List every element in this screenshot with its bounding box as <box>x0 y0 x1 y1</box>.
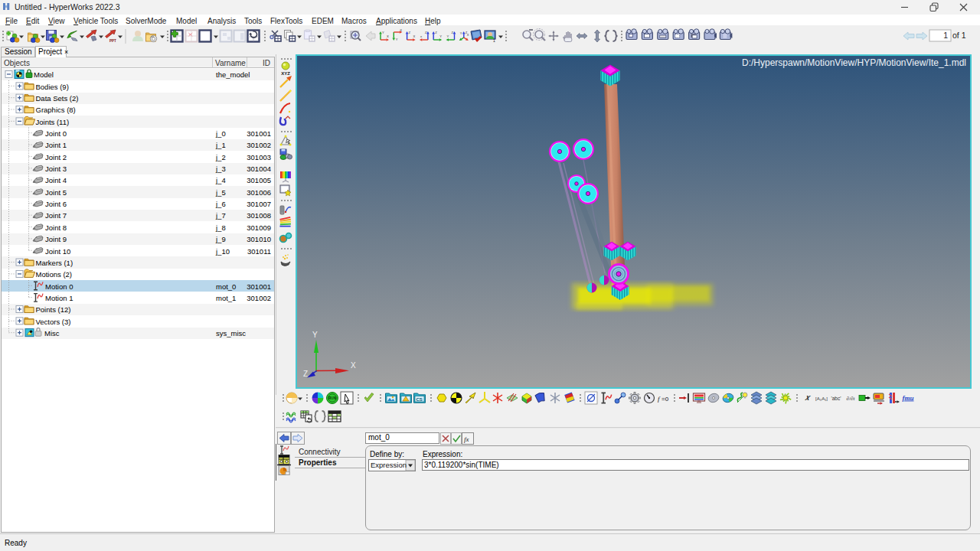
svg-text:[A₀A₁]: [A₀A₁] <box>815 396 828 401</box>
svg-text:Z: Z <box>425 31 427 34</box>
svg-text:Z: Z <box>303 370 308 378</box>
svg-text:1: 1 <box>943 31 948 40</box>
svg-text:Y: Y <box>460 31 462 35</box>
svg-text:X: X <box>467 33 469 37</box>
svg-text:=0: =0 <box>662 396 669 403</box>
svg-text:f: f <box>658 395 661 403</box>
svg-text:XYZ: XYZ <box>281 71 290 76</box>
svg-text:Z: Z <box>435 31 437 34</box>
svg-text:𝙓: 𝙓 <box>805 394 812 402</box>
svg-text:of 1: of 1 <box>952 31 966 40</box>
svg-text:1: 1 <box>493 38 495 43</box>
svg-text:'abc': 'abc' <box>831 396 841 401</box>
svg-text:CS: CS <box>416 397 423 402</box>
svg-text:X: X <box>413 34 416 38</box>
svg-text:Y: Y <box>382 31 384 34</box>
svg-text:∂/∂t: ∂/∂t <box>847 396 856 402</box>
svg-text:X: X <box>351 361 356 370</box>
svg-text:X: X <box>387 34 389 38</box>
svg-text:fx: fx <box>464 435 469 443</box>
svg-text:X: X <box>400 28 402 32</box>
svg-text:Y: Y <box>439 34 442 38</box>
svg-text:Y: Y <box>447 34 449 38</box>
svg-text:Y: Y <box>312 331 318 339</box>
svg-text:RUN: RUN <box>328 396 337 400</box>
svg-text:D:/Hyperspawn/MotionView/HYP/M: D:/Hyperspawn/MotionView/HYP/MotionView/… <box>742 57 966 68</box>
svg-text:Expression: Expression <box>371 461 407 469</box>
svg-text:fmu: fmu <box>902 394 913 402</box>
svg-text:Z: Z <box>452 31 454 34</box>
svg-text:Y: Y <box>396 37 398 41</box>
svg-text:Z: Z <box>409 31 411 34</box>
